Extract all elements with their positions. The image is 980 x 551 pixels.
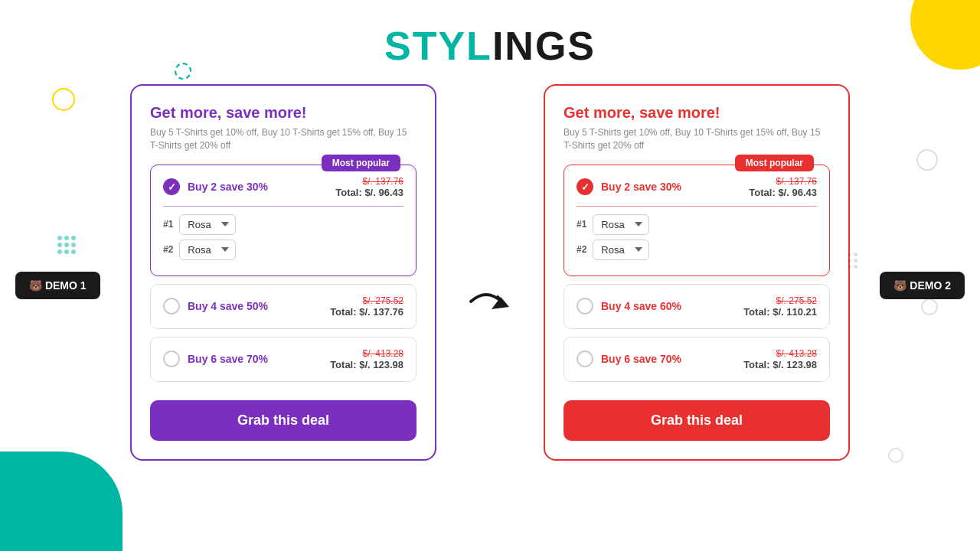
check-mark-red: ✓	[581, 181, 590, 193]
card1-option1-check: ✓	[163, 178, 180, 195]
logo: STYLINGS	[0, 23, 980, 69]
card1-dropdown1[interactable]: Rosa Azul Verde	[179, 214, 236, 235]
card1-option3[interactable]: Buy 6 save 70% $/. 413.28 Total: $/. 123…	[150, 337, 416, 382]
card2-option2-original: $/. 275.52	[743, 295, 817, 306]
card1-option3-label: Buy 6 save 70%	[188, 353, 268, 365]
card1-option2-radio	[163, 298, 180, 315]
header: STYLINGS	[0, 0, 980, 84]
card2-option2-total: Total: $/. 110.21	[743, 306, 817, 318]
card1-option1-original: $/. 137.76	[335, 176, 403, 187]
card-red: Get more, save more! Buy 5 T-Shirts get …	[544, 84, 850, 461]
card2-option1-check: ✓	[577, 178, 593, 195]
card1-subtitle: Buy 5 T-Shirts get 10% off, Buy 10 T-Shi…	[150, 126, 416, 152]
main-content: Get more, save more! Buy 5 T-Shirts get …	[0, 84, 980, 461]
card2-option3-radio	[577, 350, 593, 367]
deco-teal-shape	[0, 452, 122, 551]
card2-option2-label: Buy 4 save 60%	[601, 300, 681, 312]
card2-option2-header: Buy 4 save 60% $/. 275.52 Total: $/. 110…	[577, 295, 817, 318]
card2-option1-left: ✓ Buy 2 save 30%	[577, 178, 681, 195]
card2-dropdown2[interactable]: Rosa Azul Verde	[593, 240, 649, 260]
demo2-label: 🐻 DEMO 2	[893, 279, 951, 292]
card2-cta-button[interactable]: Grab this deal	[564, 400, 830, 441]
card2-option3-right: $/. 413.28 Total: $/. 123.98	[743, 348, 817, 370]
demo1-button[interactable]: 🐻 DEMO 1	[15, 272, 100, 299]
card1-dropdown2-row: #2 Rosa Azul Verde	[163, 240, 403, 260]
card1-dropdown2[interactable]: Rosa Azul Verde	[179, 240, 236, 260]
card-purple: Get more, save more! Buy 5 T-Shirts get …	[130, 84, 436, 461]
card1-option2-label: Buy 4 save 50%	[188, 300, 268, 312]
card1-option2-right: $/. 275.52 Total: $/. 137.76	[330, 295, 403, 318]
card1-option1-right: $/. 137.76 Total: $/. 96.43	[335, 176, 403, 198]
card1-option1-left: ✓ Buy 2 save 30%	[163, 178, 268, 195]
card2-option3-original: $/. 413.28	[743, 348, 817, 359]
card2-option3[interactable]: Buy 6 save 70% $/. 413.28 Total: $/. 123…	[564, 337, 830, 382]
card2-option2[interactable]: Buy 4 save 60% $/. 275.52 Total: $/. 110…	[564, 284, 830, 329]
card2-option1-label: Buy 2 save 30%	[601, 181, 681, 193]
card1-option3-header: Buy 6 save 70% $/. 413.28 Total: $/. 123…	[163, 348, 403, 370]
card2-option1-divider	[577, 206, 817, 207]
card1-option2-total: Total: $/. 137.76	[330, 306, 403, 318]
card2-option2-left: Buy 4 save 60%	[577, 298, 681, 315]
arrow-container	[467, 84, 513, 461]
check-mark: ✓	[168, 181, 176, 193]
card1-option2[interactable]: Buy 4 save 50% $/. 275.52 Total: $/. 137…	[150, 284, 416, 329]
card2-dropdown2-num: #2	[577, 244, 586, 255]
card1-option1-header: ✓ Buy 2 save 30% $/. 137.76 Total: $/. 9…	[163, 176, 403, 198]
card2-option2-radio	[577, 298, 593, 315]
card2-dropdown1-num: #1	[577, 219, 586, 230]
card1-option1-divider	[163, 206, 403, 207]
card1-option3-radio	[163, 350, 180, 367]
card1-option3-total: Total: $/. 123.98	[330, 359, 403, 370]
card1-option3-left: Buy 6 save 70%	[163, 350, 268, 367]
card2-option1-total: Total: $/. 96.43	[749, 187, 817, 198]
card1-option2-left: Buy 4 save 50%	[163, 298, 268, 315]
card1-dropdown1-row: #1 Rosa Azul Verde	[163, 214, 403, 235]
demo2-button[interactable]: 🐻 DEMO 2	[880, 272, 965, 299]
card2-badge: Most popular	[735, 155, 814, 171]
card1-option1-total: Total: $/. 96.43	[335, 187, 403, 198]
card1-badge: Most popular	[322, 155, 400, 171]
card1-option2-original: $/. 275.52	[330, 295, 403, 306]
card2-dropdown2-row: #2 Rosa Azul Verde	[577, 240, 817, 260]
card2-option1-header: ✓ Buy 2 save 30% $/. 137.76 Total: $/. 9…	[577, 176, 817, 198]
card2-option1-original: $/. 137.76	[749, 176, 817, 187]
card1-option2-header: Buy 4 save 50% $/. 275.52 Total: $/. 137…	[163, 295, 403, 318]
card2-option3-label: Buy 6 save 70%	[601, 353, 681, 365]
card2-option3-total: Total: $/. 123.98	[743, 359, 817, 370]
card2-option3-header: Buy 6 save 70% $/. 413.28 Total: $/. 123…	[577, 348, 817, 370]
card1-title: Get more, save more!	[150, 104, 416, 122]
card1-option3-right: $/. 413.28 Total: $/. 123.98	[330, 348, 403, 370]
card1-cta-button[interactable]: Grab this deal	[150, 400, 416, 441]
card2-subtitle: Buy 5 T-Shirts get 10% off, Buy 10 T-Shi…	[564, 126, 830, 152]
card1-option1[interactable]: Most popular ✓ Buy 2 save 30% $/. 137.76…	[150, 165, 416, 276]
card2-option2-right: $/. 275.52 Total: $/. 110.21	[743, 295, 817, 318]
demo1-label: 🐻 DEMO 1	[29, 279, 87, 292]
card2-option1-right: $/. 137.76 Total: $/. 96.43	[749, 176, 817, 198]
logo-lings: INGS	[492, 24, 596, 68]
card2-option3-left: Buy 6 save 70%	[577, 350, 681, 367]
card1-dropdown2-num: #2	[163, 244, 173, 255]
card2-dropdown1-row: #1 Rosa Azul Verde	[577, 214, 817, 235]
card1-option3-original: $/. 413.28	[330, 348, 403, 359]
card2-dropdown1[interactable]: Rosa Azul Verde	[593, 214, 649, 235]
card2-title: Get more, save more!	[564, 104, 830, 122]
logo-sty: STYL	[384, 24, 492, 68]
card1-dropdown1-num: #1	[163, 219, 173, 230]
card2-option1[interactable]: Most popular ✓ Buy 2 save 30% $/. 137.76…	[564, 165, 830, 276]
arrow-icon	[467, 280, 513, 326]
card1-option1-label: Buy 2 save 30%	[188, 181, 268, 193]
